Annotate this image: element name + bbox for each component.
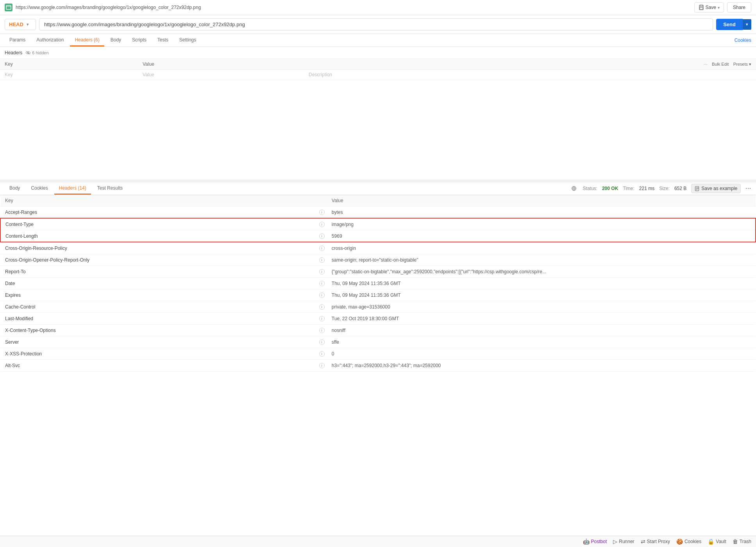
svg-rect-4 <box>700 7 703 9</box>
tab-tests[interactable]: Tests <box>153 34 173 47</box>
resp-col-info <box>318 195 327 206</box>
resp-header-value: 5969 <box>327 230 756 242</box>
eye-hidden-icon <box>25 51 31 55</box>
resp-tab-body[interactable]: Body <box>5 182 25 195</box>
value-placeholder: Value <box>138 70 304 80</box>
request-tabs: Params Authorization Headers (6) Body Sc… <box>0 34 756 47</box>
method-value: HEAD <box>9 22 23 27</box>
status-label: Status: <box>583 186 597 191</box>
tab-authorization[interactable]: Authorization <box>32 34 68 47</box>
resp-header-info[interactable]: i <box>318 278 327 289</box>
resp-header-value: same-origin; report-to="static-on-bigtab… <box>327 254 756 266</box>
resp-header-key: Date <box>0 278 318 289</box>
resp-header-row: Last-ModifiediTue, 22 Oct 2019 18:30:00 … <box>0 313 756 325</box>
more-icon[interactable]: ··· <box>704 61 708 67</box>
start-proxy-button[interactable]: ⇄ Start Proxy <box>641 538 670 545</box>
runner-icon: ▷ <box>613 538 617 545</box>
send-dropdown-button[interactable]: ▾ <box>743 19 751 30</box>
resp-header-info[interactable]: i <box>318 254 327 266</box>
resp-header-info[interactable]: i <box>318 336 327 348</box>
resp-tab-headers[interactable]: Headers (14) <box>54 182 91 195</box>
tab-body[interactable]: Body <box>106 34 126 47</box>
save-example-button[interactable]: Save as example <box>691 184 741 193</box>
resp-header-row: Serverisffe <box>0 336 756 348</box>
save-icon <box>699 5 704 10</box>
resp-header-key: Expires <box>0 289 318 301</box>
postbot-icon: 🤖 <box>583 538 590 545</box>
col-value: Value <box>138 59 304 70</box>
resp-header-info[interactable]: i <box>318 325 327 336</box>
share-button[interactable]: Share <box>727 2 751 13</box>
resp-col-key: Key <box>0 195 318 206</box>
vault-button[interactable]: 🔒 Vault <box>708 538 726 545</box>
resp-header-value: Thu, 09 May 2024 11:35:36 GMT <box>327 289 756 301</box>
resp-header-value: cross-origin <box>327 242 756 254</box>
resp-header-info[interactable]: i <box>318 289 327 301</box>
tab-settings[interactable]: Settings <box>175 34 201 47</box>
resp-header-value: h3=":443"; ma=2592000,h3-29=":443"; ma=2… <box>327 360 756 371</box>
trash-button[interactable]: 🗑 Trash <box>733 538 751 545</box>
save-example-label: Save as example <box>701 186 737 191</box>
cookies-toolbar-label: Cookies <box>685 539 701 544</box>
resp-header-key: Alt-Svc <box>0 360 318 371</box>
description-placeholder: Description <box>304 70 756 80</box>
resp-header-info[interactable]: i <box>318 348 327 360</box>
presets-button[interactable]: Presets ▾ <box>733 62 751 66</box>
resp-tab-test-results[interactable]: Test Results <box>93 182 127 195</box>
header-placeholder-row: Key Value Description <box>0 70 756 80</box>
resp-header-row: Alt-Svcih3=":443"; ma=2592000,h3-29=":44… <box>0 360 756 371</box>
resp-header-info[interactable]: i <box>318 230 327 242</box>
size-label: Size: <box>659 186 670 191</box>
resp-header-row: DateiThu, 09 May 2024 11:35:36 GMT <box>0 278 756 289</box>
method-select[interactable]: HEAD ▾ <box>5 19 36 30</box>
bottom-toolbar: 🤖 Postbot ▷ Runner ⇄ Start Proxy 🍪 Cooki… <box>0 536 756 547</box>
resp-header-key: Report-To <box>0 266 318 278</box>
response-panel: Body Cookies Headers (14) Test Results S… <box>0 182 756 536</box>
resp-header-info[interactable]: i <box>318 360 327 371</box>
col-key: Key <box>0 59 138 70</box>
resp-header-info[interactable]: i <box>318 313 327 325</box>
runner-label: Runner <box>619 539 634 544</box>
col-description: ··· Bulk Edit Presets ▾ <box>304 59 756 70</box>
send-button[interactable]: Send <box>716 19 743 30</box>
request-headers-table-wrap: Key Value ··· Bulk Edit Presets ▾ Key Va… <box>0 59 756 180</box>
response-status-area: Status: 200 OK Time: 221 ms Size: 652 B … <box>571 184 751 193</box>
method-chevron-icon: ▾ <box>27 22 29 27</box>
request-panel: Headers 6 hidden Key Value ··· Bulk Edit… <box>0 47 756 180</box>
top-bar-actions: Save ▾ Share <box>694 2 751 13</box>
resp-header-value: image/png <box>327 218 756 230</box>
runner-button[interactable]: ▷ Runner <box>613 538 634 545</box>
headers-section: Headers 6 hidden <box>0 47 756 59</box>
resp-header-info[interactable]: i <box>318 218 327 230</box>
svg-rect-0 <box>6 5 11 9</box>
resp-header-key: X-XSS-Protection <box>0 348 318 360</box>
time-label: Time: <box>623 186 634 191</box>
tab-headers[interactable]: Headers (6) <box>70 34 104 47</box>
response-tabs-bar: Body Cookies Headers (14) Test Results S… <box>0 182 756 195</box>
url-input[interactable] <box>39 18 713 30</box>
resp-tab-cookies[interactable]: Cookies <box>26 182 52 195</box>
resp-header-info[interactable]: i <box>318 242 327 254</box>
send-button-group: Send ▾ <box>716 19 751 30</box>
response-headers-container: Key Value Accept-RangesibytesContent-Typ… <box>0 195 756 536</box>
resp-header-row: Cache-Controliprivate, max-age=31536000 <box>0 301 756 313</box>
resp-header-info[interactable]: i <box>318 301 327 313</box>
cookies-toolbar-button[interactable]: 🍪 Cookies <box>676 538 701 545</box>
resp-header-info[interactable]: i <box>318 266 327 278</box>
resp-header-key: X-Content-Type-Options <box>0 325 318 336</box>
response-more-button[interactable]: ··· <box>745 185 751 192</box>
tab-params[interactable]: Params <box>5 34 30 47</box>
svg-rect-3 <box>700 5 702 7</box>
headers-label: Headers <box>5 50 22 56</box>
cookies-link[interactable]: Cookies <box>735 38 751 43</box>
trash-icon: 🗑 <box>733 538 738 545</box>
postbot-button[interactable]: 🤖 Postbot <box>583 538 607 545</box>
save-button[interactable]: Save ▾ <box>694 2 724 13</box>
resp-header-info[interactable]: i <box>318 206 327 219</box>
proxy-icon: ⇄ <box>641 538 645 545</box>
vault-label: Vault <box>716 539 726 544</box>
resp-header-value: {"group":"static-on-bigtable","max_age":… <box>327 266 756 278</box>
bulk-edit-button[interactable]: Bulk Edit <box>712 62 729 66</box>
tab-scripts[interactable]: Scripts <box>127 34 151 47</box>
resp-header-value: sffe <box>327 336 756 348</box>
